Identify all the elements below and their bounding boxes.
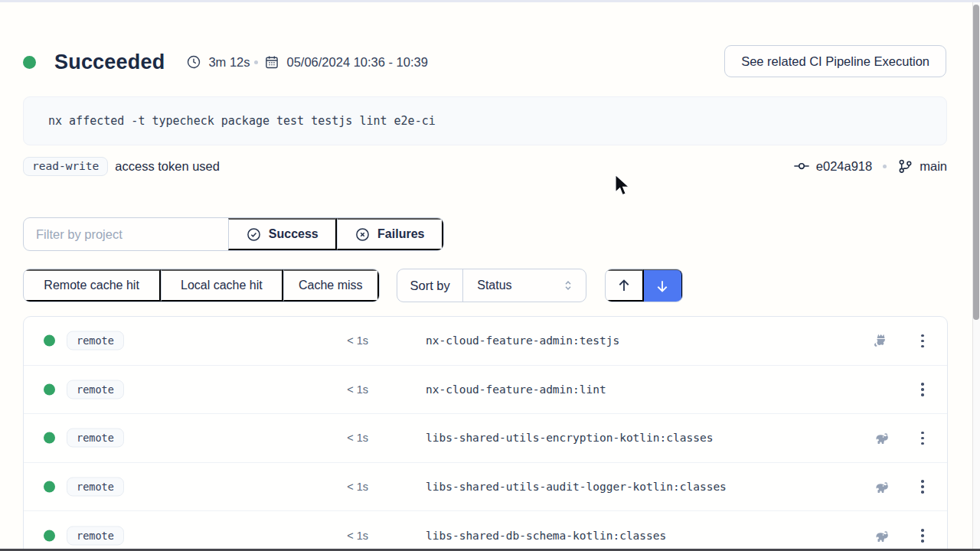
run-duration-label: 3m 12s	[208, 55, 250, 70]
row-menu-button[interactable]	[912, 476, 933, 497]
task-list: remote < 1s nx-cloud-feature-admin:testj…	[23, 316, 948, 551]
clock-icon	[186, 54, 201, 70]
arrow-up-icon	[616, 277, 632, 294]
filter-success-label: Success	[269, 227, 318, 241]
task-duration: < 1s	[307, 530, 368, 542]
x-circle-icon	[354, 227, 371, 243]
cache-miss-button[interactable]: Cache miss	[283, 269, 379, 302]
vcs-info: e024a918 main	[793, 158, 947, 174]
cache-source-badge: remote	[67, 429, 124, 448]
task-duration: < 1s	[307, 432, 368, 444]
calendar-icon	[264, 54, 279, 70]
task-row[interactable]: remote < 1s libs-shared-db-schema-kotlin…	[24, 511, 947, 551]
row-menu-button[interactable]	[912, 427, 933, 448]
run-details-page: Succeeded 3m 12s 05/06/2024 10:36 - 10:3…	[0, 0, 980, 551]
filter-failures-label: Failures	[377, 227, 424, 241]
commit-icon	[793, 158, 810, 174]
task-row[interactable]: remote < 1s libs-shared-utils-encryption…	[24, 414, 947, 463]
run-command-text: nx affected -t typecheck package test te…	[48, 114, 436, 128]
run-status-title: Succeeded	[54, 51, 165, 74]
cache-source-badge: remote	[67, 380, 124, 399]
jest-icon	[871, 331, 890, 350]
run-daterange-label: 05/06/2024 10:36 - 10:39	[286, 55, 427, 70]
arrow-down-icon	[654, 278, 671, 295]
task-success-dot	[44, 530, 55, 541]
task-name: libs-shared-utils-audit-logger-kotlin:cl…	[426, 481, 727, 493]
row-menu-button[interactable]	[912, 525, 933, 546]
remote-cache-hit-button[interactable]: Remote cache hit	[24, 269, 161, 302]
sort-by-label: Sort by	[397, 269, 462, 302]
task-success-dot	[44, 335, 55, 347]
cache-source-badge: remote	[67, 331, 124, 350]
task-row[interactable]: remote < 1s nx-cloud-feature-admin:lint	[24, 366, 947, 415]
sort-group: Sort by Status	[397, 269, 586, 302]
task-success-dot	[44, 432, 55, 444]
task-duration: < 1s	[307, 383, 368, 396]
separator-dot	[883, 165, 887, 168]
run-header: Succeeded 3m 12s 05/06/2024 10:36 - 10:3…	[23, 45, 946, 79]
check-circle-icon	[246, 227, 262, 243]
status-success-dot	[23, 56, 36, 69]
access-token-label: access token used	[115, 159, 220, 174]
project-filter-group: Success Failures	[23, 217, 444, 251]
run-command-box: nx affected -t typecheck package test te…	[23, 96, 947, 145]
sort-direction-group	[605, 269, 683, 302]
filter-failures-button[interactable]: Failures	[337, 218, 443, 250]
tool-icon	[871, 478, 890, 496]
gradle-icon	[871, 429, 890, 447]
gradle-icon	[871, 478, 890, 496]
sort-ascending-button[interactable]	[606, 269, 644, 302]
run-daterange: 05/06/2024 10:36 - 10:39	[264, 54, 427, 70]
scrollbar-thumb[interactable]	[973, 5, 979, 320]
commit-sha[interactable]: e024a918	[816, 159, 872, 174]
task-name: libs-shared-utils-encryption-kotlin:clas…	[426, 432, 713, 444]
tool-icon	[871, 331, 890, 350]
filter-success-button[interactable]: Success	[228, 218, 336, 250]
task-row[interactable]: remote < 1s libs-shared-utils-audit-logg…	[24, 463, 947, 512]
sort-field-select[interactable]: Status	[462, 269, 586, 302]
separator-dot	[254, 60, 258, 64]
row-menu-button[interactable]	[912, 330, 933, 351]
task-row[interactable]: remote < 1s nx-cloud-feature-admin:testj…	[24, 317, 947, 366]
token-row: read-write access token used e024a918 ma…	[23, 155, 947, 178]
filter-by-project-input[interactable]	[24, 218, 228, 250]
run-duration: 3m 12s	[186, 54, 250, 70]
task-success-dot	[44, 481, 55, 492]
cache-filter-group: Remote cache hit Local cache hit Cache m…	[23, 269, 380, 302]
sort-field-value: Status	[477, 279, 511, 292]
row-menu-button[interactable]	[912, 379, 933, 400]
task-duration: < 1s	[307, 481, 368, 493]
sort-descending-button[interactable]	[644, 269, 683, 302]
cache-source-badge: remote	[67, 477, 124, 496]
select-chevrons-icon	[561, 279, 575, 292]
cache-source-badge: remote	[67, 526, 124, 545]
local-cache-hit-button[interactable]: Local cache hit	[161, 269, 283, 302]
access-token-badge: read-write	[23, 157, 108, 176]
tool-icon	[871, 527, 890, 545]
task-success-dot	[44, 383, 55, 395]
see-related-ci-pipeline-button[interactable]: See related CI Pipeline Execution	[724, 45, 946, 77]
task-duration: < 1s	[307, 334, 368, 347]
task-name: libs-shared-db-schema-kotlin:classes	[426, 530, 666, 542]
tool-icon	[871, 429, 890, 447]
branch-name[interactable]: main	[920, 159, 947, 174]
gradle-icon	[871, 527, 890, 545]
git-branch-icon	[897, 158, 913, 174]
tool-icon	[871, 380, 890, 399]
scrollbar-track[interactable]	[972, 2, 980, 551]
task-name: nx-cloud-feature-admin:testjs	[426, 334, 619, 347]
task-name: nx-cloud-feature-admin:lint	[426, 383, 606, 396]
